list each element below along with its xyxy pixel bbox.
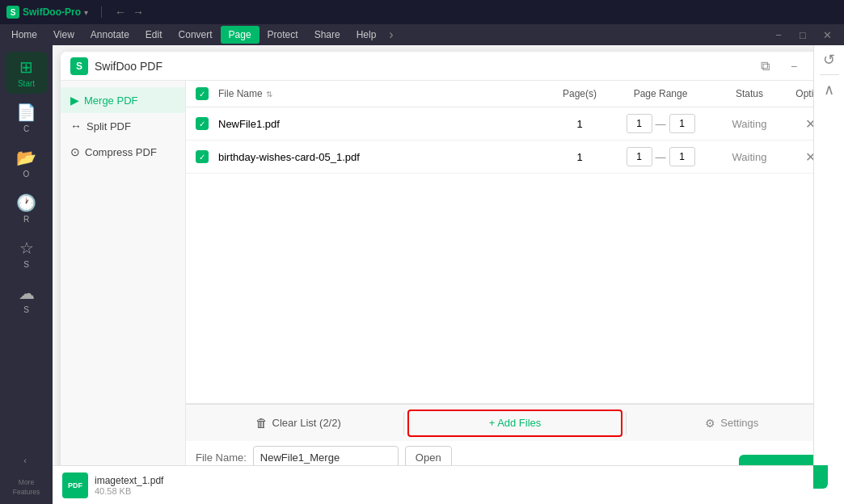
row2-range-end[interactable]: 1	[669, 147, 695, 166]
window-close[interactable]: ✕	[817, 26, 838, 44]
menu-more-icon[interactable]: ›	[384, 27, 398, 42]
settings-button[interactable]: ⚙ Settings	[627, 417, 838, 430]
window-maximize[interactable]: □	[792, 26, 813, 44]
settings-label: Settings	[720, 417, 758, 429]
add-files-button[interactable]: + Add Files	[407, 410, 622, 437]
menu-share[interactable]: Share	[306, 26, 348, 44]
bottom-action-bar: 🗑 Clear List (2/2) + Add Files ⚙ Setting…	[186, 404, 844, 441]
collapse-panel-button[interactable]: ∧	[817, 78, 842, 101]
row2-range-dash: —	[656, 151, 666, 163]
nav-controls: ← →	[115, 6, 144, 19]
right-panel-divider	[820, 74, 839, 75]
clear-icon: 🗑	[255, 416, 268, 430]
row2-check	[196, 150, 218, 163]
merge-icon: ▶	[70, 94, 79, 107]
titlebar-separator	[101, 6, 102, 18]
row2-range-start[interactable]: 1	[627, 147, 652, 166]
sidebar-item-recent[interactable]: 🕐 R	[6, 187, 48, 229]
row2-range: 1 — 1	[608, 147, 713, 166]
menu-annotate[interactable]: Annotate	[82, 26, 137, 44]
sidebar-item-open[interactable]: 📂 O	[6, 142, 48, 184]
header-status: Status	[713, 88, 786, 99]
taskbar-file-info: imagetext_1.pdf 40.58 KB	[95, 475, 163, 496]
bb-divider1	[403, 412, 404, 435]
recent-icon: 🕐	[16, 193, 36, 212]
clear-list-button[interactable]: 🗑 Clear List (2/2)	[192, 405, 403, 441]
menubar: Home View Annotate Edit Convert Page Pro…	[0, 24, 844, 45]
logo-icon: S	[6, 6, 19, 19]
menu-view[interactable]: View	[45, 26, 82, 44]
clear-label: Clear List (2/2)	[272, 417, 341, 429]
dialog-titlebar: S SwifDoo PDF ⧉ − ✕	[61, 52, 844, 81]
window-minimize[interactable]: −	[768, 26, 789, 44]
sidebar-item-cloud[interactable]: ☁ S	[6, 278, 48, 320]
nav-forward-button[interactable]: →	[133, 6, 144, 19]
sort-icon[interactable]: ⇅	[266, 90, 272, 99]
row1-range: 1 — 1	[608, 114, 713, 133]
create-icon: 📄	[16, 103, 36, 122]
open-icon: 📂	[16, 148, 36, 167]
pdf-icon: PDF	[62, 472, 88, 498]
split-label: Split PDF	[87, 120, 131, 132]
compress-label: Compress PDF	[85, 146, 157, 158]
header-range: Page Range	[608, 88, 713, 99]
row1-range-dash: —	[656, 118, 666, 130]
merge-label: Merge PDF	[84, 94, 137, 107]
cloud-icon: ☁	[19, 284, 35, 303]
app-dropdown-icon[interactable]: ▾	[84, 8, 88, 17]
row1-range-end[interactable]: 1	[669, 114, 695, 133]
more-features-text[interactable]: MoreFeatures	[10, 475, 44, 504]
app-name: SwifDoo-Pro	[23, 6, 81, 18]
menu-help[interactable]: Help	[348, 26, 385, 44]
table-header: File Name ⇅ Page(s) Page Range Status Op…	[186, 81, 844, 107]
menu-page[interactable]: Page	[221, 26, 260, 44]
dialog-minimize-button[interactable]: −	[783, 57, 805, 75]
rotate-button[interactable]: ↺	[817, 48, 842, 71]
sidebar-item-create[interactable]: 📄 C	[6, 97, 48, 139]
taskbar-filesize: 40.58 KB	[95, 486, 163, 496]
app-sidebar: ⊞ Start 📄 C 📂 O 🕐 R ☆ S ☁ S ‹ MoreFeatur…	[0, 45, 53, 504]
table-row: NewFile1.pdf 1 1 — 1 Waiting	[186, 107, 844, 141]
split-pdf-menu-item[interactable]: ↔ Split PDF	[61, 113, 185, 139]
sidebar-item-start[interactable]: ⊞ Start	[6, 52, 48, 94]
row1-range-start[interactable]: 1	[627, 114, 652, 133]
row1-checkbox[interactable]	[196, 117, 209, 130]
menu-edit[interactable]: Edit	[137, 26, 171, 44]
compress-pdf-menu-item[interactable]: ⊙ Compress PDF	[61, 139, 185, 165]
menu-convert[interactable]: Convert	[171, 26, 221, 44]
row2-checkbox[interactable]	[196, 150, 209, 163]
filename-label: File Name:	[196, 452, 247, 464]
menu-home[interactable]: Home	[3, 26, 45, 44]
row1-check	[196, 117, 218, 130]
row1-filename: NewFile1.pdf	[218, 118, 551, 130]
sidebar-label-cloud: S	[23, 305, 29, 314]
file-table: File Name ⇅ Page(s) Page Range Status Op…	[186, 81, 844, 404]
row2-status: Waiting	[713, 151, 786, 163]
row2-filename: birthday-wishes-card-05_1.pdf	[218, 151, 551, 163]
start-icon: ⊞	[19, 57, 33, 77]
dialog-logo: S	[70, 57, 88, 75]
sidebar-label-start: Start	[18, 79, 35, 88]
add-label: + Add Files	[489, 417, 542, 429]
dialog-left-menu: ▶ Merge PDF ↔ Split PDF ⊙ Compress PDF	[61, 81, 186, 504]
dialog-body: ▶ Merge PDF ↔ Split PDF ⊙ Compress PDF	[61, 81, 844, 504]
row2-pages: 1	[551, 151, 608, 163]
split-icon: ↔	[70, 120, 82, 132]
starred-icon: ☆	[19, 238, 34, 258]
table-row: birthday-wishes-card-05_1.pdf 1 1 — 1 W	[186, 141, 844, 174]
nav-back-button[interactable]: ←	[115, 6, 126, 19]
dialog-title: SwifDoo PDF	[95, 60, 753, 73]
select-all-checkbox[interactable]	[196, 87, 209, 100]
merge-dialog: S SwifDoo PDF ⧉ − ✕ ▶ Merge PDF ↔	[61, 52, 844, 504]
header-filename: File Name ⇅	[218, 88, 551, 99]
collapse-icon: ‹	[23, 456, 27, 465]
more-features-button[interactable]: ‹	[6, 449, 48, 472]
row1-status: Waiting	[713, 118, 786, 130]
menu-protect[interactable]: Protect	[260, 26, 306, 44]
merge-pdf-menu-item[interactable]: ▶ Merge PDF	[61, 87, 185, 113]
right-panel: ↺ ∧	[813, 45, 844, 465]
dialog-pip-button[interactable]: ⧉	[753, 57, 776, 75]
header-pages: Page(s)	[551, 88, 608, 99]
sidebar-item-starred[interactable]: ☆ S	[6, 233, 48, 275]
compress-icon: ⊙	[70, 145, 80, 158]
